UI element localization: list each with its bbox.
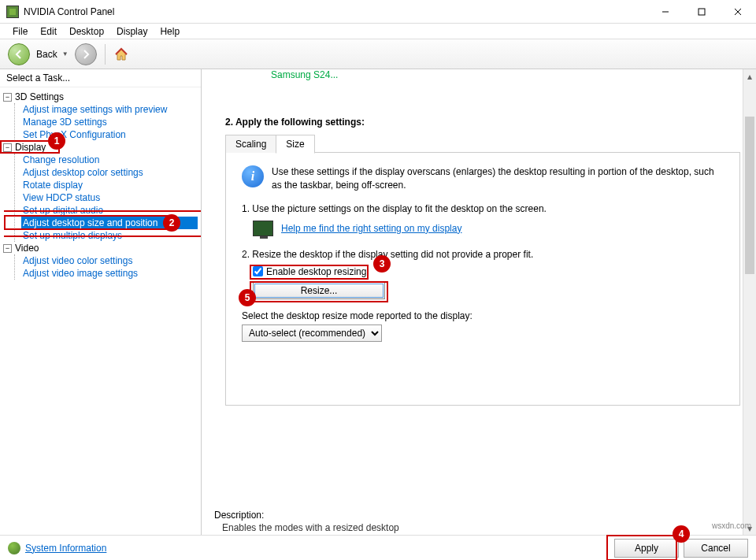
step-2: 2. Resize the desktop if the display set… <box>242 249 724 260</box>
resize-mode-select[interactable]: Auto-select (recommended) <box>242 325 382 342</box>
tab-scaling[interactable]: Scaling <box>225 135 276 153</box>
tab-container: i Use these settings if the display over… <box>225 152 740 406</box>
tree-label-3d[interactable]: 3D Settings <box>15 91 64 102</box>
select-label: Select the desktop resize mode reported … <box>242 310 724 321</box>
collapse-icon[interactable]: − <box>3 143 12 152</box>
monitor-icon <box>253 221 273 236</box>
description-label: Description: <box>214 510 598 521</box>
help-link[interactable]: Help me find the right setting on my dis… <box>281 223 461 234</box>
system-information-link[interactable]: System Information <box>25 543 106 554</box>
tree-item-manage-3d[interactable]: Manage 3D settings <box>21 116 198 128</box>
body: Select a Task... − 3D Settings Adjust im… <box>0 69 756 535</box>
tree-item-digital-audio[interactable]: Set up digital audio <box>21 204 198 217</box>
description-area: Description: Enables the modes with a re… <box>214 510 598 533</box>
titlebar: NVIDIA Control Panel <box>0 0 756 24</box>
window-controls <box>647 0 756 24</box>
toolbar: Back ▼ <box>0 39 756 69</box>
footer: System Information Apply 4 Cancel <box>0 535 756 560</box>
tree-item-multiple-displays[interactable]: Set up multiple displays <box>21 229 198 242</box>
info-icon: i <box>242 165 264 187</box>
tree-item-adjust-size-position[interactable]: Adjust desktop size and position <box>21 217 198 229</box>
enable-resizing-label[interactable]: Enable desktop resizing <box>266 266 366 277</box>
cancel-button[interactable]: Cancel <box>684 539 748 558</box>
watermark: wsxdn.com <box>712 521 751 530</box>
window-title: NVIDIA Control Panel <box>24 6 647 17</box>
tab-size[interactable]: Size <box>276 135 314 154</box>
tree-label-display[interactable]: Display <box>15 142 46 153</box>
scrollbar[interactable]: ▴ ▾ <box>743 69 756 535</box>
info-text: Use these settings if the display oversc… <box>272 165 724 192</box>
resize-button[interactable]: Resize... <box>253 282 385 299</box>
back-dropdown-icon[interactable]: ▼ <box>62 50 69 57</box>
description-text: Enables the modes with a resized desktop <box>222 522 598 533</box>
menu-edit[interactable]: Edit <box>34 24 63 39</box>
tree-item-physx[interactable]: Set PhysX Configuration <box>21 128 198 141</box>
display-name: Samsung S24... <box>271 69 740 80</box>
sysinfo-icon <box>8 542 20 554</box>
tree-item-change-resolution[interactable]: Change resolution <box>21 154 198 166</box>
menu-display[interactable]: Display <box>110 24 154 39</box>
enable-resizing-checkbox[interactable] <box>253 266 263 276</box>
tab-body-size: i Use these settings if the display over… <box>226 153 739 405</box>
tree-group-display[interactable]: − Display <box>3 141 198 154</box>
collapse-icon[interactable]: − <box>3 93 12 102</box>
tree-item-video-image[interactable]: Adjust video image settings <box>21 267 198 280</box>
svg-rect-1 <box>699 9 705 15</box>
apply-button[interactable]: Apply <box>614 539 679 558</box>
tree-item-rotate-display[interactable]: Rotate display <box>21 179 198 191</box>
menu-desktop[interactable]: Desktop <box>63 24 110 39</box>
tree-group-video[interactable]: − Video <box>3 242 198 254</box>
tree-group-3d[interactable]: − 3D Settings <box>3 91 198 103</box>
app-icon <box>6 6 19 18</box>
scrollbar-up-icon[interactable]: ▴ <box>743 69 756 83</box>
menu-help[interactable]: Help <box>154 24 186 39</box>
minimize-button[interactable] <box>647 0 684 24</box>
scrollbar-thumb[interactable] <box>745 117 754 274</box>
menubar: File Edit Desktop Display Help <box>0 24 756 39</box>
task-tree: − 3D Settings Adjust image settings with… <box>0 87 201 535</box>
back-label: Back <box>36 49 57 60</box>
tree-label-video[interactable]: Video <box>15 243 39 254</box>
forward-button[interactable] <box>75 43 97 65</box>
tree-item-hdcp-status[interactable]: View HDCP status <box>21 191 198 204</box>
toolbar-separator <box>105 44 106 65</box>
section-heading: 2. Apply the following settings: <box>225 117 740 128</box>
collapse-icon[interactable]: − <box>3 244 12 253</box>
menu-file[interactable]: File <box>6 24 34 39</box>
tree-item-adjust-image[interactable]: Adjust image settings with preview <box>21 103 198 116</box>
tree-item-video-color[interactable]: Adjust video color settings <box>21 254 198 267</box>
home-icon[interactable] <box>113 46 129 62</box>
close-button[interactable] <box>720 0 756 24</box>
sidebar: Select a Task... − 3D Settings Adjust im… <box>0 69 202 535</box>
tree-item-desktop-color[interactable]: Adjust desktop color settings <box>21 166 198 179</box>
step-1: 1. Use the picture settings on the displ… <box>242 203 724 214</box>
sidebar-header: Select a Task... <box>0 69 201 87</box>
back-button[interactable] <box>8 43 30 65</box>
content-pane: Samsung S24... 2. Apply the following se… <box>202 69 756 535</box>
maximize-button[interactable] <box>684 0 720 24</box>
tab-strip: Scaling Size <box>225 135 740 153</box>
